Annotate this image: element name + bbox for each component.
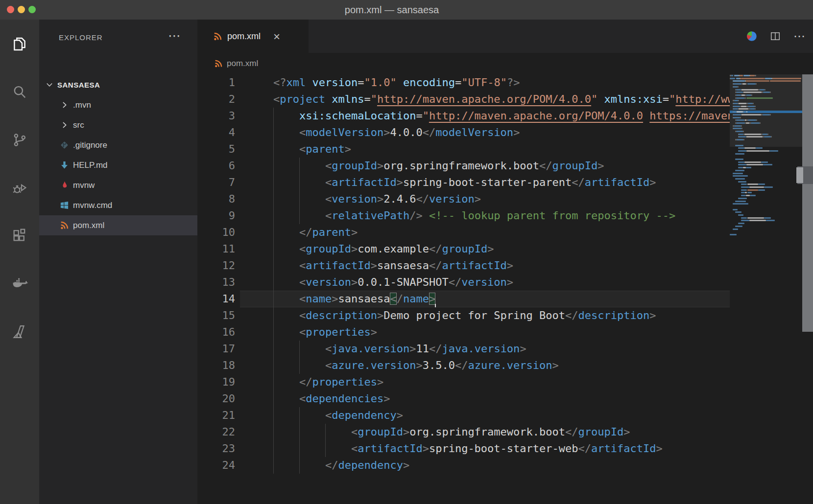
line-number[interactable]: 12 xyxy=(197,257,240,274)
activity-item-search[interactable] xyxy=(0,75,39,111)
activity-item-source-control[interactable] xyxy=(0,123,39,159)
code-line-1[interactable]: 1<?xml version="1.0" encoding="UTF-8"?> xyxy=(197,74,813,91)
code-line-24[interactable]: 24 </dependency> xyxy=(197,457,813,474)
code-line-content[interactable]: <description>Demo project for Spring Boo… xyxy=(240,307,730,324)
code-line-content[interactable]: <groupId>org.springframework.boot</group… xyxy=(240,158,730,174)
code-line-content[interactable]: <dependencies> xyxy=(240,390,730,407)
code-line-17[interactable]: 17 <java.version>11</java.version> xyxy=(197,341,813,357)
code-token: </ xyxy=(578,442,592,455)
code-line-13[interactable]: 13 <version>0.0.1-SNAPSHOT</version> xyxy=(197,274,813,291)
explorer-item-pom-xml[interactable]: pom.xml xyxy=(39,215,197,235)
line-number[interactable]: 6 xyxy=(197,158,240,174)
code-line-content[interactable]: <properties> xyxy=(240,324,730,341)
code-line-content[interactable]: </parent> xyxy=(240,224,730,241)
line-number[interactable]: 8 xyxy=(197,191,240,207)
explorer-item--mvn[interactable]: .mvn xyxy=(39,95,197,115)
explorer-item-src[interactable]: src xyxy=(39,115,197,135)
line-number[interactable]: 11 xyxy=(197,241,240,257)
code-line-content[interactable]: <groupId>org.springframework.boot</group… xyxy=(240,424,730,440)
explorer-more-actions-button[interactable]: ⋯ xyxy=(168,28,182,44)
line-number[interactable]: 13 xyxy=(197,274,240,291)
line-number[interactable]: 15 xyxy=(197,307,240,324)
code-line-15[interactable]: 15 <description>Demo project for Spring … xyxy=(197,307,813,324)
code-line-6[interactable]: 6 <groupId>org.springframework.boot</gro… xyxy=(197,158,813,174)
code-line-content[interactable]: <version>0.0.1-SNAPSHOT</version> xyxy=(240,274,730,291)
line-number[interactable]: 4 xyxy=(197,124,240,141)
more-actions-icon[interactable]: ⋯ xyxy=(793,29,806,43)
line-number[interactable]: 5 xyxy=(197,141,240,158)
code-line-content[interactable]: <version>2.4.6</version> xyxy=(240,191,730,207)
code-line-content[interactable]: <relativePath/> <!-- lookup parent from … xyxy=(240,207,730,224)
line-number[interactable]: 17 xyxy=(197,341,240,357)
activity-item-docker[interactable] xyxy=(0,267,39,302)
line-number[interactable]: 23 xyxy=(197,440,240,457)
code-token: </ xyxy=(539,160,552,172)
activity-item-azure[interactable] xyxy=(0,315,39,350)
tab-close-icon[interactable]: × xyxy=(273,32,280,41)
minimap[interactable] xyxy=(730,74,802,504)
split-editor-icon[interactable] xyxy=(770,31,781,42)
code-line-11[interactable]: 11 <groupId>com.example</groupId> xyxy=(197,241,813,257)
explorer-item-help-md[interactable]: HELP.md xyxy=(39,155,197,175)
code-line-content[interactable]: <?xml version="1.0" encoding="UTF-8"?> xyxy=(240,74,730,91)
code-line-9[interactable]: 9 <relativePath/> <!-- lookup parent fro… xyxy=(197,207,813,224)
line-number[interactable]: 18 xyxy=(197,357,240,374)
code-line-16[interactable]: 16 <properties> xyxy=(197,324,813,341)
code-line-4[interactable]: 4 <modelVersion>4.0.0</modelVersion> xyxy=(197,124,813,141)
activity-item-run-debug[interactable] xyxy=(0,171,39,206)
line-number[interactable]: 21 xyxy=(197,407,240,424)
activity-item-explorer[interactable] xyxy=(0,27,39,63)
code-line-18[interactable]: 18 <azure.version>3.5.0</azure.version> xyxy=(197,357,813,374)
code-line-12[interactable]: 12 <artifactId>sansaesa</artifactId> xyxy=(197,257,813,274)
line-number[interactable]: 3 xyxy=(197,108,240,124)
code-area[interactable]: 1<?xml version="1.0" encoding="UTF-8"?>2… xyxy=(197,74,813,504)
line-number[interactable]: 20 xyxy=(197,390,240,407)
overview-scrollbar[interactable] xyxy=(802,74,813,332)
code-line-content[interactable]: <artifactId>spring-boot-starter-parent</… xyxy=(240,174,730,191)
activity-item-extensions[interactable] xyxy=(0,219,39,254)
code-line-content[interactable]: xsi:schemaLocation="http://maven.apache.… xyxy=(240,108,730,124)
line-number[interactable]: 24 xyxy=(197,457,240,474)
code-token: description xyxy=(578,309,650,321)
code-line-content[interactable]: </dependency> xyxy=(240,457,730,474)
line-number[interactable]: 10 xyxy=(197,224,240,241)
line-number[interactable]: 7 xyxy=(197,174,240,191)
code-line-content[interactable]: <modelVersion>4.0.0</modelVersion> xyxy=(240,124,730,141)
line-number[interactable]: 19 xyxy=(197,374,240,390)
code-line-2[interactable]: 2<project xmlns="http://maven.apache.org… xyxy=(197,91,813,108)
explorer-item--gitignore[interactable]: .gitignore xyxy=(39,135,197,155)
dependency-analyzer-icon[interactable] xyxy=(746,31,757,42)
code-line-8[interactable]: 8 <version>2.4.6</version> xyxy=(197,191,813,207)
line-number[interactable]: 1 xyxy=(197,74,240,91)
line-number[interactable]: 9 xyxy=(197,207,240,224)
code-line-3[interactable]: 3 xsi:schemaLocation="http://maven.apach… xyxy=(197,108,813,124)
code-line-22[interactable]: 22 <groupId>org.springframework.boot</gr… xyxy=(197,424,813,440)
folder-section-header[interactable]: SANSAESA xyxy=(39,74,197,95)
code-line-content[interactable]: <groupId>com.example</groupId> xyxy=(240,241,730,257)
code-line-20[interactable]: 20 <dependencies> xyxy=(197,390,813,407)
line-number[interactable]: 22 xyxy=(197,424,240,440)
breadcrumb[interactable]: pom.xml xyxy=(197,53,813,74)
code-line-7[interactable]: 7 <artifactId>spring-boot-starter-parent… xyxy=(197,174,813,191)
explorer-item-mvnw-cmd[interactable]: mvnw.cmd xyxy=(39,195,197,215)
code-line-14[interactable]: 14 <name>sansaesa</name> xyxy=(197,291,813,307)
code-line-19[interactable]: 19 </properties> xyxy=(197,374,813,390)
explorer-item-mvnw[interactable]: mvnw xyxy=(39,175,197,195)
code-line-content[interactable]: <name>sansaesa</name> xyxy=(240,291,730,307)
line-number[interactable]: 14 xyxy=(197,291,240,307)
code-line-content[interactable]: </properties> xyxy=(240,374,730,390)
code-line-content[interactable]: <artifactId>spring-boot-starter-web</art… xyxy=(240,440,730,457)
line-number[interactable]: 2 xyxy=(197,91,240,108)
code-line-content[interactable]: <artifactId>sansaesa</artifactId> xyxy=(240,257,730,274)
code-line-content[interactable]: <parent> xyxy=(240,141,730,158)
code-line-content[interactable]: <azure.version>3.5.0</azure.version> xyxy=(240,357,730,374)
code-line-23[interactable]: 23 <artifactId>spring-boot-starter-web</… xyxy=(197,440,813,457)
code-line-content[interactable]: <dependency> xyxy=(240,407,730,424)
tab-pom-xml[interactable]: pom.xml × xyxy=(197,20,309,53)
line-number[interactable]: 16 xyxy=(197,324,240,341)
code-line-content[interactable]: <java.version>11</java.version> xyxy=(240,341,730,357)
code-line-content[interactable]: <project xmlns="http://maven.apache.org/… xyxy=(240,91,730,108)
code-line-5[interactable]: 5 <parent> xyxy=(197,141,813,158)
code-line-21[interactable]: 21 <dependency> xyxy=(197,407,813,424)
code-line-10[interactable]: 10 </parent> xyxy=(197,224,813,241)
